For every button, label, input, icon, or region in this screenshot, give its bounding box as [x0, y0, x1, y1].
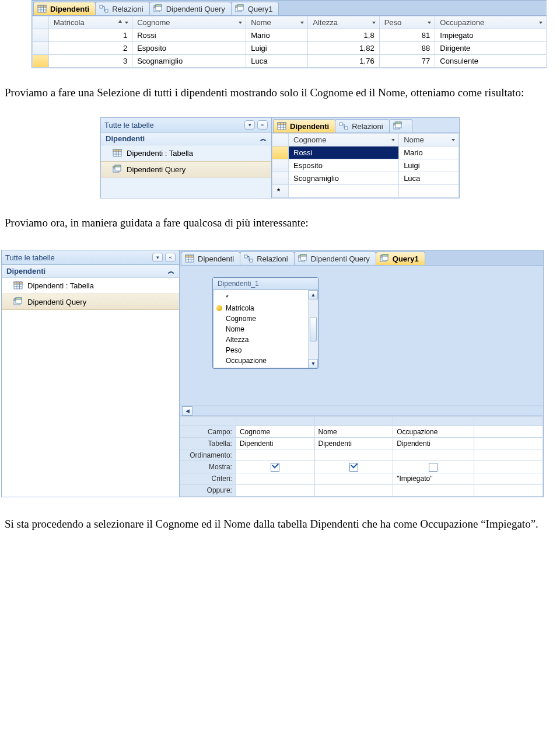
- employees-table[interactable]: MatricolaCognomeNomeAltezzaPesoOccupazio…: [32, 16, 547, 68]
- nav-dropdown-icon[interactable]: ▾: [152, 253, 163, 262]
- grid-cell[interactable]: [474, 461, 542, 473]
- field-item[interactable]: Occupazione: [213, 355, 308, 366]
- tab-Dipendenti Query[interactable]: Dipendenti Query: [149, 2, 232, 15]
- tab-Dipendenti[interactable]: Dipendenti: [273, 119, 335, 132]
- field-list[interactable]: *MatricolaCognomeNomeAltezzaPesoOccupazi…: [213, 290, 308, 368]
- grid-cell[interactable]: Occupazione: [393, 426, 474, 438]
- nav-item[interactable]: Dipendenti : Tabella: [2, 278, 179, 294]
- table-source-box[interactable]: Dipendenti_1 *MatricolaCognomeNomeAltezz…: [212, 277, 318, 369]
- select-all-corner[interactable]: [272, 134, 289, 147]
- new-row[interactable]: *: [272, 185, 459, 198]
- designer-diagram-area[interactable]: Dipendenti_1 *MatricolaCognomeNomeAltezz…: [180, 266, 543, 406]
- row-selector[interactable]: [272, 172, 289, 185]
- grid-cell[interactable]: Dipendenti: [393, 438, 474, 449]
- query-design-grid[interactable]: Campo:CognomeNomeOccupazione Tabella:Dip…: [180, 416, 543, 496]
- grid-cell[interactable]: [314, 461, 393, 473]
- cell[interactable]: Impiegato: [435, 29, 547, 42]
- grid-cell[interactable]: Cognome: [236, 426, 314, 438]
- grid-cell[interactable]: [393, 461, 474, 473]
- column-selector[interactable]: [474, 417, 542, 426]
- table-row[interactable]: 1 Rossi Mario 1,8 81 Impiegato: [33, 29, 547, 42]
- column-header[interactable]: Cognome: [132, 16, 246, 29]
- dropdown-icon[interactable]: [450, 137, 456, 143]
- grid-cell[interactable]: "Impiegato": [393, 473, 474, 484]
- grid-cell[interactable]: [474, 484, 542, 496]
- cell[interactable]: Luca: [399, 172, 459, 185]
- dropdown-icon[interactable]: [299, 20, 305, 26]
- row-selector[interactable]: [33, 55, 49, 68]
- grid-cell[interactable]: [393, 484, 474, 496]
- column-selector[interactable]: [393, 417, 474, 426]
- row-selector[interactable]: *: [272, 185, 289, 198]
- nav-header[interactable]: Tutte le tabelle ▾ «: [2, 250, 179, 265]
- column-header[interactable]: Occupazione: [435, 16, 547, 29]
- row-selector[interactable]: [272, 159, 289, 172]
- grid-cell[interactable]: [474, 426, 542, 438]
- scroll-left-icon[interactable]: ◀: [182, 406, 192, 416]
- grid-cell[interactable]: Nome: [314, 426, 393, 438]
- cell[interactable]: Luca: [246, 55, 308, 68]
- cell[interactable]: Mario: [399, 147, 459, 159]
- cell[interactable]: 3: [49, 55, 132, 68]
- grid-cell[interactable]: [474, 473, 542, 484]
- cell[interactable]: 77: [379, 55, 435, 68]
- cell[interactable]: Esposito: [132, 42, 246, 55]
- nav-item[interactable]: Dipendenti Query: [2, 294, 179, 310]
- show-checkbox[interactable]: [429, 463, 438, 472]
- dropdown-icon[interactable]: [538, 20, 544, 26]
- table-row[interactable]: Rossi Mario: [272, 147, 459, 159]
- scroll-up-icon[interactable]: ▲: [309, 290, 318, 299]
- dropdown-icon[interactable]: [124, 20, 130, 26]
- cell[interactable]: Luigi: [399, 159, 459, 172]
- grid-cell[interactable]: [236, 461, 314, 473]
- grid-cell[interactable]: [474, 449, 542, 461]
- field-item[interactable]: Altezza: [213, 334, 308, 345]
- field-item[interactable]: Nome: [213, 324, 308, 334]
- scrollbar[interactable]: ▲ ▼: [308, 290, 318, 368]
- tab-Dipendenti[interactable]: Dipendenti: [181, 252, 240, 265]
- nav-dropdown-icon[interactable]: ▾: [244, 120, 255, 130]
- column-header[interactable]: Matricola: [49, 16, 132, 29]
- cell[interactable]: Mario: [246, 29, 308, 42]
- tab-Relazioni[interactable]: Relazioni: [95, 2, 149, 15]
- nav-collapse-icon[interactable]: «: [257, 120, 268, 130]
- column-selector[interactable]: [314, 417, 393, 426]
- grid-cell[interactable]: [314, 449, 393, 461]
- nav-collapse-icon[interactable]: «: [165, 253, 176, 262]
- cell[interactable]: Rossi: [132, 29, 246, 42]
- nav-item[interactable]: Dipendenti Query: [101, 161, 271, 177]
- horizontal-scrollbar[interactable]: ◀: [180, 406, 543, 416]
- cell[interactable]: Luigi: [246, 42, 308, 55]
- tab-Query1[interactable]: Query1: [376, 252, 425, 265]
- cell[interactable]: Dirigente: [435, 42, 547, 55]
- table-row[interactable]: Esposito Luigi: [272, 159, 459, 172]
- column-header[interactable]: Altezza: [308, 16, 379, 29]
- table-row[interactable]: 3 Scognamiglio Luca 1,76 77 Consulente: [33, 55, 547, 68]
- tab-Dipendenti Query[interactable]: Dipendenti Query: [294, 252, 376, 265]
- nav-item[interactable]: Dipendenti : Tabella: [101, 145, 271, 161]
- table-row[interactable]: Scognamiglio Luca: [272, 172, 459, 185]
- column-header[interactable]: Peso: [379, 16, 435, 29]
- cell[interactable]: Consulente: [435, 55, 547, 68]
- tab-tab[interactable]: [389, 119, 412, 132]
- nav-group-header[interactable]: Dipendenti ︽: [101, 132, 271, 145]
- tab-Dipendenti[interactable]: Dipendenti: [33, 2, 96, 15]
- cell[interactable]: Esposito: [289, 159, 399, 172]
- dropdown-icon[interactable]: [390, 137, 396, 143]
- cell[interactable]: 2: [49, 42, 132, 55]
- cell[interactable]: Scognamiglio: [132, 55, 246, 68]
- tab-Relazioni[interactable]: Relazioni: [240, 252, 294, 265]
- grid-cell[interactable]: Dipendenti: [236, 438, 314, 449]
- cell[interactable]: 88: [379, 42, 435, 55]
- cell[interactable]: [289, 185, 399, 198]
- scroll-down-icon[interactable]: ▼: [309, 359, 318, 368]
- column-selector[interactable]: [236, 417, 314, 426]
- dropdown-icon[interactable]: [371, 20, 377, 26]
- tab-Relazioni[interactable]: Relazioni: [335, 119, 389, 132]
- show-checkbox[interactable]: [271, 463, 279, 472]
- grid-cell[interactable]: [236, 473, 314, 484]
- cell[interactable]: 1,82: [308, 42, 379, 55]
- grid-cell[interactable]: [474, 438, 542, 449]
- nav-header[interactable]: Tutte le tabelle ▾ «: [101, 118, 271, 132]
- cell[interactable]: 1,76: [308, 55, 379, 68]
